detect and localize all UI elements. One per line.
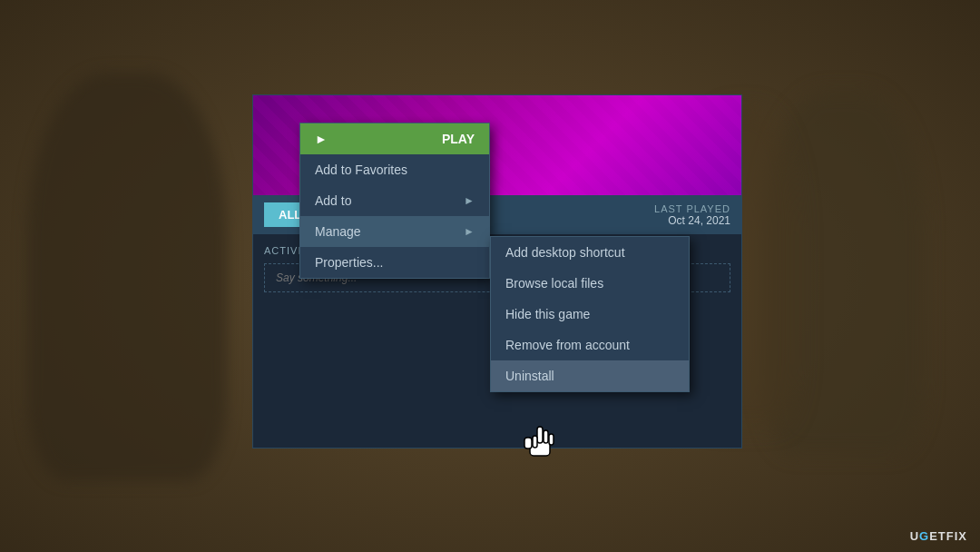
- watermark-et: ET: [929, 529, 946, 543]
- menu-item-manage[interactable]: Manage ►: [300, 216, 489, 247]
- add-to-arrow-icon: ►: [464, 194, 475, 207]
- last-played-date: Oct 24, 2021: [654, 214, 730, 227]
- menu-item-play[interactable]: ► PLAY: [300, 123, 489, 154]
- add-favorites-label: Add to Favorites: [315, 163, 407, 177]
- watermark-u: U: [910, 529, 919, 543]
- menu-item-hide-game[interactable]: Hide this game: [491, 299, 689, 330]
- manage-label: Manage: [315, 224, 361, 239]
- last-played-info: LAST PLAYED Oct 24, 2021: [654, 203, 730, 227]
- context-menu-main: ► PLAY Add to Favorites Add to ► Manage …: [299, 123, 490, 279]
- watermark-g: G: [919, 529, 929, 543]
- last-played-label: LAST PLAYED: [654, 203, 730, 214]
- play-label: PLAY: [442, 132, 475, 146]
- menu-item-desktop-shortcut[interactable]: Add desktop shortcut: [491, 237, 689, 268]
- menu-item-properties[interactable]: Properties...: [300, 247, 489, 278]
- menu-item-browse-local[interactable]: Browse local files: [491, 268, 689, 299]
- bg-figure-left: [27, 73, 227, 481]
- add-to-label: Add to: [315, 193, 351, 208]
- menu-item-remove-account[interactable]: Remove from account: [491, 330, 689, 360]
- context-menu-sub: Add desktop shortcut Browse local files …: [490, 236, 690, 392]
- play-icon: ►: [315, 132, 328, 146]
- properties-label: Properties...: [315, 255, 383, 270]
- menu-item-add-to[interactable]: Add to ►: [300, 185, 489, 216]
- watermark-fix: FIX: [946, 529, 967, 543]
- watermark: UGETFIX: [910, 529, 967, 543]
- menu-item-add-favorites[interactable]: Add to Favorites: [300, 154, 489, 185]
- menu-item-uninstall[interactable]: Uninstall: [491, 360, 689, 391]
- manage-arrow-icon: ►: [464, 225, 475, 238]
